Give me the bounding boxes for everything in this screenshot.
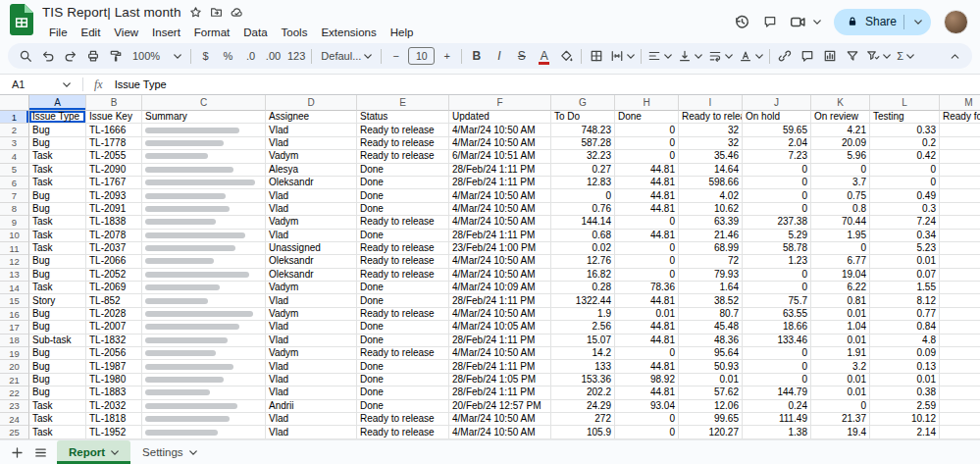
cell-M13[interactable]: [940, 269, 980, 282]
cell-G12[interactable]: 12.76: [551, 255, 615, 268]
text-wrap-button[interactable]: [706, 46, 735, 67]
cell-H17[interactable]: 44.81: [615, 321, 679, 334]
col-header-I[interactable]: I: [679, 95, 743, 111]
cell-E14[interactable]: Done: [357, 282, 449, 294]
cell-M3[interactable]: [940, 137, 980, 150]
cell-D21[interactable]: Vlad: [266, 374, 357, 387]
cell-D15[interactable]: Vlad: [266, 294, 357, 307]
cell-E5[interactable]: Done: [357, 164, 449, 177]
cell-C4[interactable]: [142, 150, 266, 163]
row-header-18[interactable]: 18: [0, 335, 29, 347]
cell-J11[interactable]: 58.78: [743, 242, 811, 255]
cell-M14[interactable]: [940, 282, 980, 294]
increase-decimals-button[interactable]: .00: [263, 46, 284, 67]
cell-K5[interactable]: 0: [811, 164, 870, 177]
cell-F2[interactable]: 4/Mar/24 10:50 AM: [449, 124, 551, 136]
cell-A13[interactable]: Bug: [29, 269, 86, 282]
cell-I13[interactable]: 79.93: [679, 269, 743, 282]
cell-K16[interactable]: 0.01: [811, 308, 870, 321]
cell-E3[interactable]: Ready to release: [357, 137, 449, 150]
cell-F19[interactable]: 4/Mar/24 10:50 AM: [449, 347, 551, 360]
cell-L25[interactable]: 2.14: [870, 426, 940, 438]
formula-input[interactable]: Issue Type: [115, 78, 167, 90]
cell-E20[interactable]: Done: [357, 360, 449, 373]
sheet-tab-settings[interactable]: Settings: [130, 440, 209, 464]
cell-D6[interactable]: Oleksandr: [266, 177, 357, 189]
cell-G17[interactable]: 2.56: [551, 321, 615, 334]
cell-E1[interactable]: Status: [357, 111, 449, 124]
cell-C10[interactable]: [142, 230, 266, 242]
horizontal-align-button[interactable]: [645, 46, 674, 67]
cell-B15[interactable]: TL-852: [86, 294, 142, 307]
cell-I9[interactable]: 63.39: [679, 216, 743, 229]
cell-L13[interactable]: 0.07: [870, 269, 940, 282]
insert-link-button[interactable]: [774, 46, 795, 67]
cell-J15[interactable]: 75.7: [743, 294, 811, 307]
cell-A17[interactable]: Bug: [29, 321, 86, 334]
cell-G11[interactable]: 0.02: [551, 242, 615, 255]
cell-M16[interactable]: [940, 308, 980, 321]
row-header-7[interactable]: 7: [0, 189, 29, 202]
cell-E24[interactable]: Ready to release: [357, 413, 449, 426]
cell-J7[interactable]: 0: [743, 189, 811, 202]
cell-I4[interactable]: 35.46: [679, 150, 743, 163]
cell-H11[interactable]: 0: [615, 242, 679, 255]
cell-L21[interactable]: 0.01: [870, 374, 940, 387]
font-size-input[interactable]: 10: [408, 47, 435, 65]
cell-K18[interactable]: 0.01: [811, 335, 870, 347]
filter-views-button[interactable]: [864, 46, 893, 67]
cell-I11[interactable]: 68.99: [679, 242, 743, 255]
col-header-D[interactable]: D: [266, 95, 357, 111]
row-header-9[interactable]: 9: [0, 216, 29, 229]
cell-L24[interactable]: 10.12: [870, 413, 940, 426]
cell-G22[interactable]: 202.2: [551, 387, 615, 399]
cell-E16[interactable]: Ready to release: [357, 308, 449, 321]
cell-D12[interactable]: Oleksandr: [266, 255, 357, 268]
cell-A5[interactable]: Task: [29, 164, 86, 177]
cell-C16[interactable]: [142, 308, 266, 321]
cell-K20[interactable]: 3.2: [811, 360, 870, 373]
cell-K15[interactable]: 0.81: [811, 294, 870, 307]
cell-M9[interactable]: [940, 216, 980, 229]
row-header-15[interactable]: 15: [0, 294, 29, 307]
cell-G20[interactable]: 133: [551, 360, 615, 373]
cell-D17[interactable]: Vlad: [266, 321, 357, 334]
cell-I21[interactable]: 0.01: [679, 374, 743, 387]
italic-button[interactable]: I: [489, 46, 509, 67]
cell-I25[interactable]: 120.27: [679, 426, 743, 438]
cell-I8[interactable]: 10.62: [679, 203, 743, 216]
cell-H16[interactable]: 0.01: [615, 308, 679, 321]
text-rotation-button[interactable]: [737, 46, 765, 67]
cell-H22[interactable]: 44.81: [615, 387, 679, 399]
increase-font-size-button[interactable]: +: [437, 46, 457, 67]
cell-I10[interactable]: 21.46: [679, 230, 743, 242]
cell-B19[interactable]: TL-2056: [86, 347, 142, 360]
cell-H23[interactable]: 93.04: [615, 400, 679, 413]
decrease-font-size-button[interactable]: −: [386, 46, 406, 67]
cell-E13[interactable]: Ready to release: [357, 269, 449, 282]
row-header-25[interactable]: 25: [0, 426, 29, 438]
cell-J21[interactable]: 0: [743, 374, 811, 387]
cell-F7[interactable]: 4/Mar/24 10:50 AM: [449, 189, 551, 202]
col-header-G[interactable]: G: [551, 95, 615, 111]
menu-insert[interactable]: Insert: [145, 26, 187, 39]
row-header-10[interactable]: 10: [0, 230, 29, 242]
cell-F12[interactable]: 4/Mar/24 10:50 AM: [449, 255, 551, 268]
row-header-12[interactable]: 12: [0, 255, 29, 268]
cell-A21[interactable]: Bug: [29, 374, 86, 387]
cell-C8[interactable]: [142, 203, 266, 216]
cell-J10[interactable]: 5.29: [743, 230, 811, 242]
cell-L16[interactable]: 0.77: [870, 308, 940, 321]
cell-M12[interactable]: [940, 255, 980, 268]
cell-H14[interactable]: 78.36: [615, 282, 679, 294]
cell-B20[interactable]: TL-1987: [86, 360, 142, 373]
cell-F14[interactable]: 4/Mar/24 10:09 AM: [449, 282, 551, 294]
cell-C9[interactable]: [142, 216, 266, 229]
cell-I1[interactable]: Ready to release: [679, 111, 743, 124]
cell-H3[interactable]: 0: [615, 137, 679, 150]
cell-I5[interactable]: 14.64: [679, 164, 743, 177]
cell-J19[interactable]: 0: [743, 347, 811, 360]
cell-K17[interactable]: 1.04: [811, 321, 870, 334]
cell-C20[interactable]: [142, 360, 266, 373]
cell-H20[interactable]: 44.81: [615, 360, 679, 373]
